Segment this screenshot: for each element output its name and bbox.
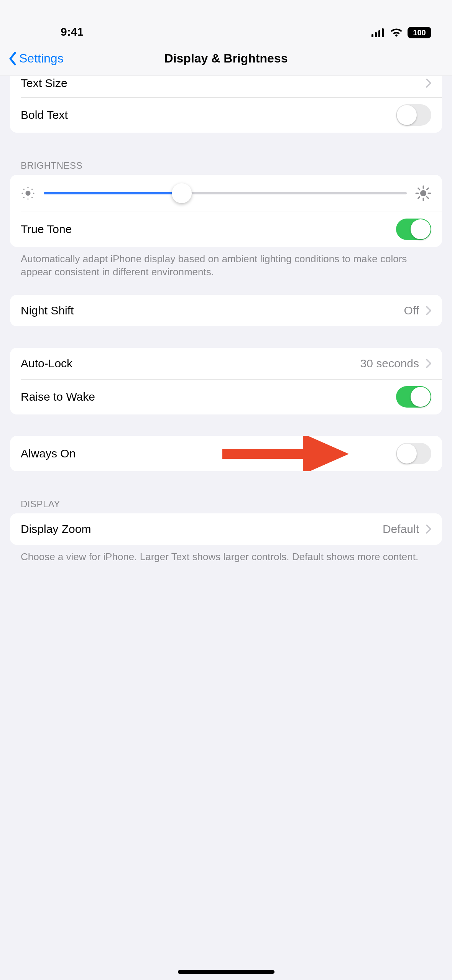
svg-point-12: [31, 197, 33, 198]
annotation-arrow-icon: [222, 436, 353, 471]
svg-point-10: [31, 189, 33, 190]
chevron-right-icon: [426, 359, 431, 368]
display-zoom-label: Display Zoom: [21, 523, 91, 536]
svg-line-21: [418, 197, 420, 198]
night-shift-group: Night Shift Off: [10, 295, 442, 326]
bold-text-row[interactable]: Bold Text: [10, 97, 442, 133]
text-size-row[interactable]: Text Size: [10, 76, 442, 97]
bold-text-label: Bold Text: [21, 109, 68, 122]
always-on-toggle[interactable]: [396, 443, 431, 464]
page-title: Display & Brightness: [164, 51, 288, 66]
svg-rect-22: [222, 449, 307, 459]
back-label: Settings: [19, 51, 64, 66]
sun-max-icon: [415, 185, 431, 201]
status-time: 9:41: [19, 25, 84, 38]
status-indicators: 100: [371, 27, 433, 38]
always-on-label: Always On: [21, 447, 76, 460]
brightness-slider-row[interactable]: [10, 175, 442, 212]
svg-point-13: [420, 190, 426, 196]
cellular-icon: [371, 28, 385, 37]
svg-point-6: [27, 198, 28, 199]
svg-line-19: [427, 197, 428, 198]
sun-min-icon: [21, 186, 35, 201]
night-shift-value: Off: [404, 304, 419, 317]
chevron-right-icon: [426, 306, 431, 315]
svg-point-9: [23, 189, 25, 190]
battery-icon: 100: [408, 27, 431, 38]
chevron-right-icon: [426, 525, 431, 534]
display-zoom-footer: Choose a view for iPhone. Larger Text sh…: [10, 545, 442, 563]
svg-point-4: [26, 191, 31, 196]
back-button[interactable]: Settings: [8, 51, 64, 66]
svg-point-8: [33, 192, 34, 194]
svg-point-11: [23, 197, 25, 198]
svg-marker-23: [303, 436, 349, 471]
text-size-label: Text Size: [21, 77, 67, 90]
auto-lock-value: 30 seconds: [360, 357, 419, 370]
raise-to-wake-toggle[interactable]: [396, 386, 431, 408]
svg-line-20: [427, 188, 428, 190]
status-bar: 9:41 100: [0, 0, 452, 41]
text-appearance-group: Text Size Bold Text: [10, 76, 442, 133]
display-zoom-header: DISPLAY: [10, 481, 442, 513]
auto-lock-label: Auto-Lock: [21, 357, 72, 370]
true-tone-label: True Tone: [21, 223, 72, 236]
chevron-left-icon: [8, 52, 17, 66]
svg-point-5: [27, 187, 28, 188]
brightness-slider[interactable]: [44, 183, 407, 203]
auto-lock-row[interactable]: Auto-Lock 30 seconds: [10, 348, 442, 379]
nav-bar: Settings Display & Brightness: [0, 41, 452, 76]
display-zoom-group: DISPLAY Display Zoom Default Choose a vi…: [10, 481, 442, 563]
display-zoom-row[interactable]: Display Zoom Default: [10, 513, 442, 545]
night-shift-label: Night Shift: [21, 304, 74, 317]
lock-group: Auto-Lock 30 seconds Raise to Wake: [10, 348, 442, 414]
bold-text-toggle[interactable]: [396, 104, 431, 126]
svg-rect-2: [378, 30, 380, 37]
always-on-group: Always On: [10, 436, 442, 471]
svg-point-7: [21, 192, 23, 194]
brightness-group: BRIGHTNESS True To: [10, 143, 442, 279]
always-on-row[interactable]: Always On: [10, 436, 442, 471]
display-zoom-value: Default: [383, 523, 419, 536]
wifi-icon: [390, 28, 403, 37]
brightness-header: BRIGHTNESS: [10, 143, 442, 175]
chevron-right-icon: [426, 79, 431, 88]
true-tone-toggle[interactable]: [396, 219, 431, 240]
svg-line-18: [418, 188, 420, 190]
svg-rect-0: [371, 34, 373, 37]
svg-rect-1: [375, 32, 377, 37]
raise-to-wake-label: Raise to Wake: [21, 390, 95, 403]
raise-to-wake-row[interactable]: Raise to Wake: [10, 379, 442, 414]
home-indicator: [178, 970, 274, 974]
true-tone-row[interactable]: True Tone: [10, 212, 442, 247]
night-shift-row[interactable]: Night Shift Off: [10, 295, 442, 326]
svg-rect-3: [382, 28, 384, 37]
true-tone-footer: Automatically adapt iPhone display based…: [10, 247, 442, 279]
